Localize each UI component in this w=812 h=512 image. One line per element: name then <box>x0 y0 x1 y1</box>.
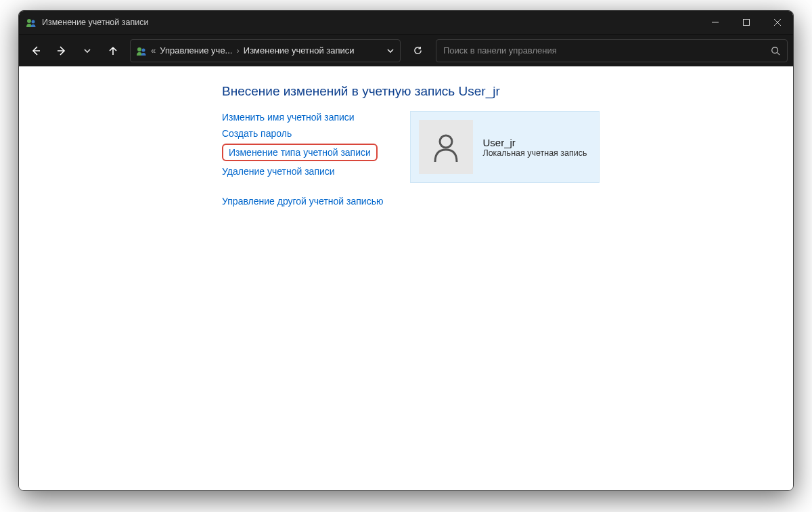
breadcrumb-part-1[interactable]: Управление уче... <box>160 45 232 56</box>
svg-point-12 <box>440 135 452 148</box>
svg-point-0 <box>27 19 31 23</box>
user-card[interactable]: User_jr Локальная учетная запись <box>410 111 600 183</box>
svg-point-9 <box>142 48 145 51</box>
control-panel-window: Изменение учетной записи <box>18 10 794 491</box>
link-create-password[interactable]: Создать пароль <box>222 127 383 140</box>
user-info: User_jr Локальная учетная запись <box>482 137 587 158</box>
user-accounts-icon <box>136 45 147 56</box>
avatar <box>419 120 473 174</box>
back-button[interactable] <box>24 39 47 62</box>
maximize-button[interactable] <box>731 11 762 34</box>
forward-button[interactable] <box>50 39 73 62</box>
link-delete-account[interactable]: Удаление учетной записи <box>222 165 383 177</box>
breadcrumb-ellipsis[interactable]: « <box>151 45 156 56</box>
address-dropdown-button[interactable] <box>386 47 394 55</box>
titlebar: Изменение учетной записи <box>19 11 793 34</box>
address-bar[interactable]: « Управление уче... › Изменение учетной … <box>130 39 401 62</box>
user-accounts-icon <box>26 17 37 28</box>
search-icon[interactable] <box>771 46 780 56</box>
link-manage-other-account[interactable]: Управление другой учетной записью <box>222 195 383 207</box>
search-input[interactable] <box>443 45 771 56</box>
link-change-account-type[interactable]: Изменение типа учетной записи <box>222 144 378 161</box>
minimize-button[interactable] <box>700 11 731 34</box>
content-area: Внесение изменений в учетную запись User… <box>19 66 793 490</box>
close-button[interactable] <box>762 11 793 34</box>
svg-point-10 <box>772 47 778 53</box>
page-heading: Внесение изменений в учетную запись User… <box>222 84 641 99</box>
account-actions-list: Изменить имя учетной записи Создать паро… <box>222 111 383 207</box>
svg-line-11 <box>777 52 780 55</box>
user-account-type: Локальная учетная запись <box>482 148 587 158</box>
refresh-button[interactable] <box>406 39 429 62</box>
up-button[interactable] <box>102 39 125 62</box>
svg-point-8 <box>137 47 141 51</box>
chevron-right-icon: › <box>236 45 239 56</box>
recent-locations-button[interactable] <box>76 39 99 62</box>
svg-rect-3 <box>744 20 750 26</box>
window-title: Изменение учетной записи <box>42 18 148 27</box>
user-name: User_jr <box>482 137 587 148</box>
search-bar[interactable] <box>436 39 788 62</box>
svg-point-1 <box>32 20 35 24</box>
breadcrumb-part-2[interactable]: Изменение учетной записи <box>244 45 355 56</box>
toolbar: « Управление уче... › Изменение учетной … <box>19 34 793 66</box>
link-change-name[interactable]: Изменить имя учетной записи <box>222 111 383 123</box>
